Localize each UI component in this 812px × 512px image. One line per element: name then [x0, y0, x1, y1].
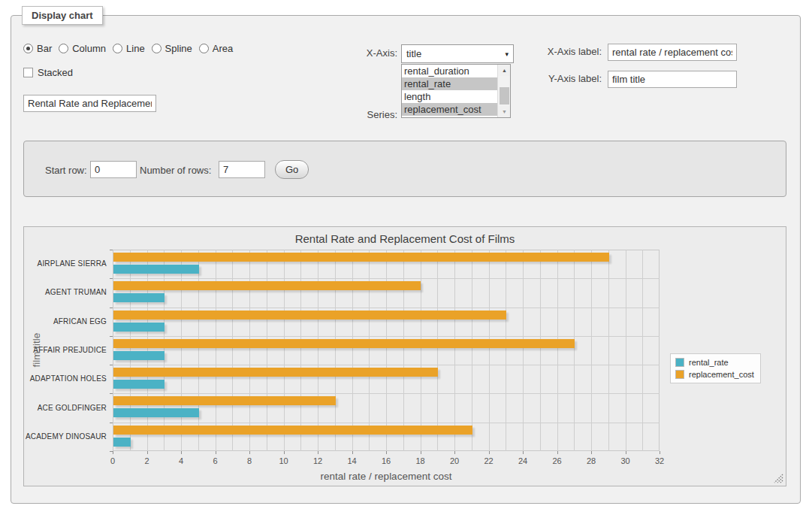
x-axis-selected-value: title: [406, 48, 505, 59]
x-axis-label-input[interactable]: [608, 44, 737, 61]
number-of-rows-label: Number of rows:: [140, 165, 211, 176]
x-axis-select[interactable]: title ▾: [401, 44, 514, 63]
gridline-horizontal: [113, 365, 660, 365]
series-option-length[interactable]: length: [402, 90, 499, 103]
display-chart-fieldset: Display chart BarColumnLineSplineArea St…: [11, 15, 801, 504]
chart-type-radio-area[interactable]: Area: [199, 43, 233, 54]
series-multiselect[interactable]: rental_durationrental_ratelengthreplacem…: [401, 64, 511, 118]
gridline-horizontal: [113, 336, 660, 337]
x-axis-label: X-Axis:: [327, 47, 397, 59]
gridline-vertical: [506, 250, 506, 451]
x-axis-text-label: X-Axis label:: [501, 46, 602, 57]
gridline-vertical: [284, 250, 285, 451]
x-tick-mark: [318, 451, 318, 454]
bar-replacement_cost: [113, 426, 472, 435]
x-tick-mark: [523, 451, 524, 454]
x-tick-mark: [421, 451, 421, 454]
x-tick-label: 14: [343, 456, 362, 465]
x-tick-mark: [454, 451, 455, 454]
x-tick-mark: [181, 451, 182, 454]
legend-swatch: [675, 358, 684, 367]
x-tick-mark: [113, 451, 113, 454]
start-row-label: Start row:: [45, 165, 87, 176]
y-axis-title: film title: [31, 328, 42, 373]
bar-rental_rate: [113, 293, 165, 302]
x-tick-label: 6: [206, 456, 225, 465]
stacked-option[interactable]: Stacked: [23, 67, 73, 78]
series-label: Series:: [327, 109, 397, 120]
chart-type-radio-bar[interactable]: Bar: [23, 43, 52, 54]
legend-entry-replacement_cost: replacement_cost: [675, 370, 754, 379]
resize-handle-icon[interactable]: [774, 474, 783, 483]
x-tick-mark: [352, 451, 353, 454]
radio-icon[interactable]: [23, 44, 33, 53]
x-tick-mark: [284, 451, 285, 454]
bar-rental_rate: [113, 438, 131, 447]
gridline-vertical: [198, 250, 199, 451]
x-tick-label: 0: [103, 456, 122, 465]
x-tick-label: 24: [513, 456, 533, 465]
go-button[interactable]: Go: [275, 160, 309, 179]
gridline-vertical: [540, 250, 541, 451]
radio-icon[interactable]: [59, 44, 68, 53]
legend-label: rental_rate: [689, 358, 729, 367]
scroll-down-icon[interactable]: ▼: [498, 106, 511, 117]
stacked-label: Stacked: [38, 67, 73, 78]
chart-type-radio-spline[interactable]: Spline: [152, 43, 192, 54]
bar-rental_rate: [113, 351, 165, 360]
y-axis-label-input[interactable]: [608, 71, 737, 88]
x-tick-label: 8: [240, 456, 259, 465]
series-option-rental_rate[interactable]: rental_rate: [402, 77, 499, 90]
chart-type-label: Column: [72, 43, 106, 54]
series-option-replacement_cost[interactable]: replacement_cost: [402, 103, 499, 116]
x-tick-label: 22: [479, 456, 499, 465]
x-tick-mark: [591, 451, 592, 454]
x-tick-label: 4: [171, 456, 191, 465]
gridline-vertical: [267, 250, 267, 451]
gridline-vertical: [181, 250, 182, 451]
x-tick-label: 30: [616, 456, 635, 465]
x-tick-mark: [626, 451, 626, 454]
gridline-vertical: [386, 250, 387, 451]
radio-icon[interactable]: [113, 44, 122, 53]
fieldset-legend: Display chart: [22, 6, 103, 25]
number-of-rows-input[interactable]: [219, 161, 265, 178]
category-label: AFRICAN EGG: [24, 317, 107, 326]
gridline-horizontal: [113, 278, 660, 279]
x-tick-label: 18: [411, 456, 430, 465]
gridline-vertical: [318, 250, 318, 451]
gridline-vertical: [454, 250, 455, 451]
x-tick-mark: [489, 451, 490, 454]
x-tick-mark: [249, 451, 250, 454]
x-tick-label: 20: [445, 456, 464, 465]
start-row-input[interactable]: [90, 161, 137, 178]
series-option-rental_duration[interactable]: rental_duration: [402, 65, 499, 77]
gridline-vertical: [574, 250, 575, 451]
chart-type-label: Line: [126, 43, 145, 54]
bar-rental_rate: [113, 323, 165, 332]
stacked-checkbox[interactable]: [23, 68, 33, 77]
gridline-vertical: [437, 250, 438, 451]
x-tick-label: 26: [548, 456, 567, 465]
chart-title-input[interactable]: [23, 95, 156, 112]
category-label: ACADEMY DINOSAUR: [24, 432, 107, 441]
gridline-vertical: [421, 250, 421, 451]
y-tick-mark: [110, 336, 113, 337]
chart-type-radio-column[interactable]: Column: [59, 43, 106, 54]
gridline-vertical: [523, 250, 524, 451]
y-tick-mark: [110, 365, 113, 365]
chart-type-label: Spline: [165, 43, 192, 54]
category-label: ADAPTATION HOLES: [24, 374, 107, 383]
bar-replacement_cost: [113, 368, 438, 377]
legend-label: replacement_cost: [689, 370, 754, 379]
scroll-thumb[interactable]: [500, 87, 509, 105]
radio-icon[interactable]: [152, 44, 161, 53]
chart-legend: rental_ratereplacement_cost: [670, 353, 761, 383]
gridline-vertical: [557, 250, 558, 451]
gridline-vertical: [249, 250, 250, 451]
radio-icon[interactable]: [199, 44, 209, 53]
chart-type-radio-line[interactable]: Line: [113, 43, 145, 54]
bar-rental_rate: [113, 265, 199, 274]
x-tick-label: 32: [650, 456, 669, 465]
row-range-panel: Start row: Number of rows: Go: [23, 141, 786, 197]
